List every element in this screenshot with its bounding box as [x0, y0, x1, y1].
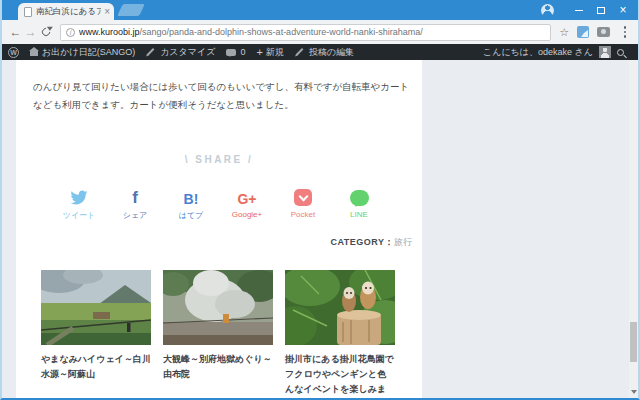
share-line-button[interactable]: LINE: [337, 184, 381, 221]
wordpress-logo-icon: W: [8, 47, 19, 58]
line-icon: [350, 184, 369, 206]
wp-edit-post-label: 投稿の編集: [309, 46, 354, 59]
browser-tab[interactable]: 南紀白浜にあるアドベンチャ ×: [18, 3, 114, 20]
maximize-icon: [597, 7, 605, 14]
maximize-button[interactable]: [590, 0, 612, 20]
close-icon: ×: [619, 4, 626, 16]
url-host: www.kuroobi.jp: [79, 27, 140, 37]
url-text: www.kuroobi.jp/sango/panda-and-dolphin-s…: [79, 27, 423, 37]
article-paragraph: のんびり見て回りたい場合には歩いて回るのもいいですし、有料ですが自転車やカートな…: [33, 78, 415, 114]
extension-icon-1[interactable]: [577, 26, 589, 38]
titlebar: 南紀白浜にあるアドベンチャ × ×: [2, 0, 638, 20]
share-buttons-row: ツイート f シェア B! はてブ G+ Google+: [16, 184, 422, 221]
googleplus-icon: G+: [237, 184, 256, 206]
twitter-icon: [69, 184, 89, 206]
home-icon: [30, 51, 38, 56]
chrome-menu-icon[interactable]: [618, 26, 632, 38]
wp-customize-label: カスタマイズ: [160, 46, 215, 59]
minimize-button[interactable]: [568, 0, 590, 20]
share-hatena-label: はてブ: [179, 210, 204, 221]
window-controls: ×: [541, 0, 634, 20]
category-link[interactable]: 旅行: [394, 237, 412, 247]
wp-new-post[interactable]: +新規: [256, 46, 283, 59]
related-card-3-title: 掛川市にある掛川花鳥園でフクロウやペンギンと色んなイベントを楽しみました: [285, 352, 395, 398]
hatena-icon: B!: [184, 184, 199, 206]
avatar[interactable]: [599, 46, 611, 58]
page-info-icon[interactable]: i: [66, 28, 75, 37]
related-card-2-title: 大観峰～別府地獄めぐり～由布院: [163, 352, 273, 382]
wp-admin-bar: W お出かけ日記(SANGO) カスタマイズ 0 +新規 投稿の編集 こんにちは…: [2, 44, 638, 60]
wp-edit-post[interactable]: 投稿の編集: [295, 46, 354, 59]
share-hatena-button[interactable]: B! はてブ: [169, 184, 213, 221]
wp-new-post-label: 新規: [266, 46, 284, 59]
scrollbar[interactable]: [629, 60, 638, 398]
facebook-icon: f: [132, 184, 138, 206]
share-line-label: LINE: [350, 210, 368, 219]
close-button[interactable]: ×: [612, 0, 634, 20]
wp-comments[interactable]: 0: [226, 47, 245, 57]
wp-site-name[interactable]: お出かけ日記(SANGO): [30, 46, 135, 59]
wp-comments-count: 0: [240, 47, 245, 57]
share-pocket-button[interactable]: Pocket: [281, 184, 325, 221]
share-pocket-label: Pocket: [291, 210, 315, 219]
share-facebook-label: シェア: [123, 210, 148, 221]
related-card-3[interactable]: 掛川市にある掛川花鳥園でフクロウやペンギンと色んなイベントを楽しみました: [285, 270, 395, 398]
extension-icon-2[interactable]: [597, 27, 610, 37]
page-favicon-icon: [24, 7, 32, 17]
url-bar[interactable]: i www.kuroobi.jp/sango/panda-and-dolphin…: [60, 24, 551, 41]
share-twitter-button[interactable]: ツイート: [57, 184, 101, 221]
related-posts: やまなみハイウェイ～白川水源～阿蘇山: [41, 270, 395, 398]
wp-site-name-label: お出かけ日記(SANGO): [42, 46, 135, 59]
back-button[interactable]: ←: [8, 25, 23, 39]
related-card-2[interactable]: 大観峰～別府地獄めぐり～由布院: [163, 270, 273, 398]
bookmark-star-icon[interactable]: ☆: [559, 26, 569, 39]
reload-button[interactable]: [40, 26, 51, 37]
related-card-1-title: やまなみハイウェイ～白川水源～阿蘇山: [41, 352, 151, 382]
forward-button[interactable]: →: [23, 25, 38, 39]
scroll-down-icon[interactable]: [631, 390, 637, 394]
pencil-icon: [147, 48, 155, 56]
share-heading: \ SHARE /: [16, 154, 422, 165]
new-tab-button[interactable]: [117, 4, 145, 16]
tab-close-icon[interactable]: ×: [104, 7, 110, 17]
comment-icon: [226, 49, 236, 56]
wp-logo-menu[interactable]: W: [8, 47, 19, 58]
related-card-1-image: [41, 270, 151, 345]
minimize-icon: [575, 10, 583, 11]
search-icon[interactable]: [617, 49, 624, 56]
share-googleplus-button[interactable]: G+ Google+: [225, 184, 269, 221]
browser-toolbar: ← → i www.kuroobi.jp/sango/panda-and-dol…: [2, 20, 638, 44]
url-path: /sango/panda-and-dolphin-shows-at-advent…: [140, 27, 423, 37]
wp-account-area: こんにちは、odekake さん: [483, 46, 624, 59]
page-area: W お出かけ日記(SANGO) カスタマイズ 0 +新規 投稿の編集 こんにちは…: [2, 44, 638, 398]
share-googleplus-label: Google+: [232, 210, 262, 219]
related-card-1[interactable]: やまなみハイウェイ～白川水源～阿蘇山: [41, 270, 151, 398]
related-card-2-image: [163, 270, 273, 345]
pocket-icon: [294, 184, 312, 206]
share-facebook-button[interactable]: f シェア: [113, 184, 157, 221]
article-content: のんびり見て回りたい場合には歩いて回るのもいいですし、有料ですが自転車やカートな…: [16, 60, 422, 398]
wp-customize[interactable]: カスタマイズ: [146, 46, 215, 59]
page-viewport: のんびり見て回りたい場合には歩いて回るのもいいですし、有料ですが自転車やカートな…: [2, 60, 638, 398]
related-card-3-image: [285, 270, 395, 345]
category-row: CATEGORY：旅行: [330, 236, 412, 249]
scrollbar-thumb[interactable]: [630, 322, 637, 362]
profile-icon[interactable]: [541, 4, 554, 17]
tab-title: 南紀白浜にあるアドベンチャ: [36, 6, 101, 18]
pencil-icon: [295, 48, 303, 56]
category-label: CATEGORY：: [330, 237, 394, 247]
plus-icon: +: [256, 46, 262, 58]
browser-window: 南紀白浜にあるアドベンチャ × × ← → i www.kuroobi.jp/s…: [0, 0, 640, 400]
share-twitter-label: ツイート: [63, 210, 96, 221]
wp-greeting[interactable]: こんにちは、odekake さん: [483, 46, 593, 59]
